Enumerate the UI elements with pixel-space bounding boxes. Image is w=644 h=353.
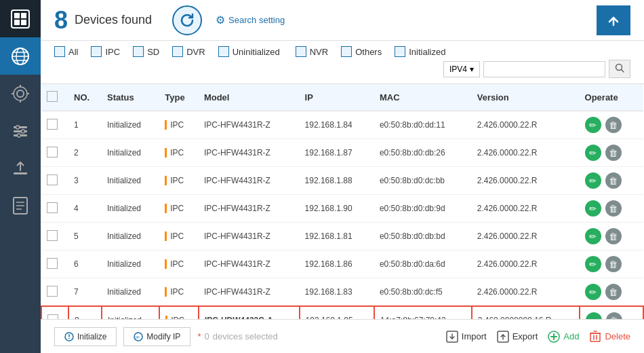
svg-rect-0 xyxy=(12,10,29,28)
select-all-checkbox[interactable] xyxy=(47,91,58,102)
svg-point-20 xyxy=(22,130,25,133)
refresh-button[interactable] xyxy=(172,5,202,35)
row-status: Initialized xyxy=(102,306,159,319)
delete-row-button[interactable]: 🗑 xyxy=(605,172,622,189)
sidebar-item-settings[interactable] xyxy=(0,112,41,149)
delete-row-button[interactable]: 🗑 xyxy=(605,117,622,133)
row-type: IPC xyxy=(159,223,199,250)
filter-uninitialized-checkbox[interactable] xyxy=(218,46,229,57)
row-checkbox[interactable] xyxy=(47,202,58,213)
delete-row-button[interactable]: 🗑 xyxy=(605,228,622,244)
row-checkbox[interactable] xyxy=(47,119,58,130)
filter-right: IPV4 ▾ xyxy=(443,60,630,78)
row-model: IPC-HFW4431R-Z xyxy=(199,223,300,250)
sidebar-item-document[interactable] xyxy=(0,187,41,224)
sidebar-logo[interactable] xyxy=(0,0,41,37)
filter-initialized-checkbox[interactable] xyxy=(395,46,405,57)
filter-nvr-checkbox[interactable] xyxy=(296,46,306,57)
row-mac: e0:50:8b:d0:db:26 xyxy=(374,139,472,167)
row-version: 2.426.0000.22.R xyxy=(472,250,580,278)
row-type: IPC xyxy=(159,306,199,319)
sidebar-item-network[interactable] xyxy=(0,37,41,75)
export-button[interactable]: Export xyxy=(497,331,538,343)
ipv4-label: IPV4 xyxy=(449,64,467,74)
delete-row-button[interactable]: 🗑 xyxy=(605,145,622,161)
filter-initialized-label: Initialized xyxy=(409,47,445,57)
filter-others[interactable]: Others xyxy=(341,46,382,57)
row-ip: 192.168.1.86 xyxy=(300,250,374,278)
filter-uninitialized[interactable]: Uninitialized xyxy=(218,46,280,57)
row-checkbox[interactable] xyxy=(47,258,58,269)
filter-sd[interactable]: SD xyxy=(133,46,159,57)
search-button[interactable] xyxy=(609,60,630,78)
row-no: 1 xyxy=(68,111,102,139)
initialize-label: Initialize xyxy=(77,332,106,341)
col-checkbox xyxy=(41,84,68,111)
filter-others-checkbox[interactable] xyxy=(341,46,352,57)
initialize-button[interactable]: Initialize xyxy=(54,327,117,346)
edit-button[interactable]: ✏ xyxy=(586,312,602,319)
delete-row-button[interactable]: 🗑 xyxy=(605,284,622,300)
row-operate: ✏ 🗑 xyxy=(580,278,643,307)
search-setting-button[interactable]: ⚙ Search setting xyxy=(216,14,285,26)
ipv4-select[interactable]: IPV4 ▾ xyxy=(443,61,480,77)
row-no: 8 xyxy=(68,306,102,319)
row-model: IPC-HFW4431R-Z xyxy=(199,278,300,307)
type-bar-icon xyxy=(165,287,167,297)
modify-ip-button[interactable]: IP Modify IP xyxy=(123,327,190,346)
sidebar-item-camera[interactable] xyxy=(0,75,41,112)
selected-count: 0 xyxy=(204,331,209,341)
edit-button[interactable]: ✏ xyxy=(585,172,601,189)
edit-button[interactable]: ✏ xyxy=(585,117,601,133)
type-bar-icon xyxy=(165,231,167,241)
row-checkbox-cell xyxy=(41,195,68,223)
svg-rect-3 xyxy=(14,20,20,25)
filter-all-checkbox[interactable] xyxy=(54,46,65,57)
row-model: IPC-HFW4431R-Z xyxy=(199,111,300,139)
delete-label: Delete xyxy=(605,331,630,341)
modify-ip-label: Modify IP xyxy=(146,332,180,341)
row-checkbox[interactable] xyxy=(47,147,58,157)
row-checkbox[interactable] xyxy=(47,286,58,297)
delete-row-button[interactable]: 🗑 xyxy=(605,200,622,217)
delete-row-button[interactable]: 🗑 xyxy=(606,312,622,319)
edit-button[interactable]: ✏ xyxy=(585,284,601,300)
row-checkbox[interactable] xyxy=(47,314,58,320)
svg-rect-22 xyxy=(14,172,27,174)
delete-button[interactable]: Delete xyxy=(589,331,630,343)
row-status: Initialized xyxy=(102,111,159,139)
search-input[interactable] xyxy=(483,61,605,77)
edit-button[interactable]: ✏ xyxy=(585,256,601,272)
edit-button[interactable]: ✏ xyxy=(585,200,601,217)
edit-button[interactable]: ✏ xyxy=(585,228,601,244)
row-no: 5 xyxy=(68,223,102,250)
sidebar-item-upload[interactable] xyxy=(0,149,41,187)
filter-initialized[interactable]: Initialized xyxy=(395,46,445,57)
top-right-button[interactable] xyxy=(597,5,630,35)
type-bar-icon xyxy=(165,259,167,269)
row-checkbox-cell xyxy=(41,278,68,307)
row-no: 6 xyxy=(68,250,102,278)
filter-ipc[interactable]: IPC xyxy=(91,46,120,57)
row-mac: e0:50:8b:d0:db:bd xyxy=(374,223,472,250)
col-mac: MAC xyxy=(374,84,472,111)
row-status: Initialized xyxy=(102,167,159,195)
table-row: 3 Initialized IPC IPC-HFW4431R-Z 192.168… xyxy=(41,167,643,195)
edit-button[interactable]: ✏ xyxy=(585,145,601,161)
filter-dvr-checkbox[interactable] xyxy=(172,46,183,57)
filter-ipc-checkbox[interactable] xyxy=(91,46,102,57)
import-button[interactable]: Import xyxy=(446,331,487,343)
filter-all[interactable]: All xyxy=(54,46,78,57)
svg-line-29 xyxy=(622,70,624,73)
add-button[interactable]: Add xyxy=(548,331,579,343)
row-checkbox[interactable] xyxy=(47,230,58,241)
row-checkbox[interactable] xyxy=(47,174,58,185)
filter-nvr[interactable]: NVR xyxy=(296,46,328,57)
filter-dvr[interactable]: DVR xyxy=(172,46,205,57)
col-no: NO. xyxy=(68,84,102,111)
delete-row-button[interactable]: 🗑 xyxy=(605,256,622,272)
header: 8 Devices found ⚙ Search setting xyxy=(41,0,644,41)
filter-sd-checkbox[interactable] xyxy=(133,46,144,57)
row-status: Initialized xyxy=(102,250,159,278)
filter-all-label: All xyxy=(68,47,78,57)
